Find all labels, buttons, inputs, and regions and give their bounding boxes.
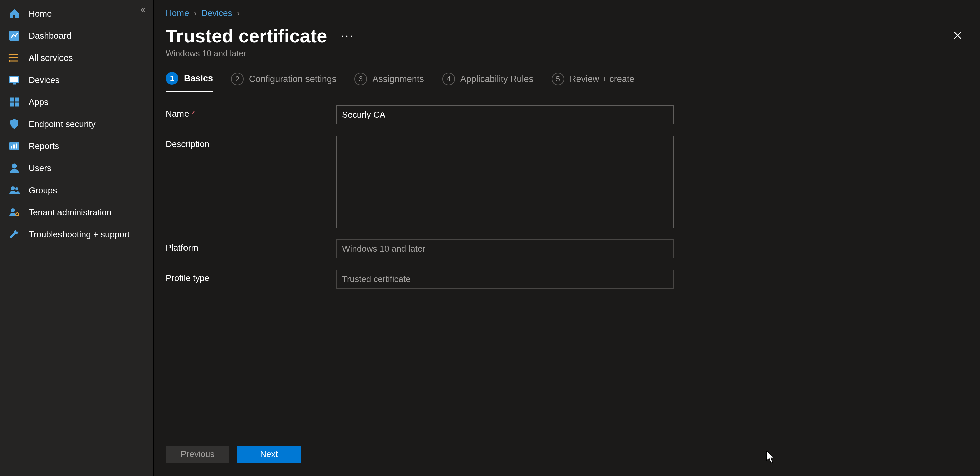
svg-rect-13 bbox=[13, 145, 15, 149]
sidebar-item-label: Tenant administration bbox=[29, 207, 111, 218]
wizard-steps: 1 Basics 2 Configuration settings 3 Assi… bbox=[154, 68, 980, 92]
sidebar-item-label: Users bbox=[29, 163, 51, 174]
svg-point-18 bbox=[11, 208, 15, 212]
svg-rect-6 bbox=[13, 83, 16, 84]
wrench-icon bbox=[8, 228, 21, 241]
step-review-create[interactable]: 5 Review + create bbox=[552, 73, 635, 91]
step-number: 2 bbox=[231, 73, 243, 85]
sidebar-item-tenant-administration[interactable]: Tenant administration bbox=[0, 201, 153, 223]
profile-type-input bbox=[336, 270, 674, 289]
svg-point-2 bbox=[9, 57, 10, 59]
description-input[interactable] bbox=[336, 136, 674, 228]
svg-rect-14 bbox=[16, 144, 18, 149]
platform-label: Platform bbox=[166, 239, 336, 253]
breadcrumb-home[interactable]: Home bbox=[166, 8, 189, 18]
sidebar-item-endpoint-security[interactable]: Endpoint security bbox=[0, 113, 153, 135]
step-number: 1 bbox=[166, 72, 178, 84]
sidebar-item-label: Dashboard bbox=[29, 31, 71, 41]
sidebar: Home Dashboard All services Devices Apps bbox=[0, 0, 154, 476]
sidebar-item-label: Reports bbox=[29, 141, 59, 151]
svg-rect-9 bbox=[10, 103, 14, 107]
step-number: 3 bbox=[354, 73, 367, 85]
reports-icon bbox=[8, 140, 21, 153]
dashboard-icon bbox=[8, 29, 21, 42]
svg-point-19 bbox=[16, 213, 19, 216]
step-label: Applicability Rules bbox=[460, 74, 533, 84]
page-title: Trusted certificate bbox=[166, 25, 327, 47]
tenant-icon bbox=[8, 206, 21, 219]
previous-button[interactable]: Previous bbox=[166, 446, 229, 463]
step-basics[interactable]: 1 Basics bbox=[166, 72, 213, 92]
name-input[interactable] bbox=[336, 105, 674, 124]
breadcrumb: Home › Devices › bbox=[154, 0, 980, 18]
breadcrumb-devices[interactable]: Devices bbox=[201, 8, 232, 18]
profile-type-label: Profile type bbox=[166, 270, 336, 283]
sidebar-item-home[interactable]: Home bbox=[0, 3, 153, 25]
step-label: Review + create bbox=[570, 74, 635, 84]
sidebar-item-users[interactable]: Users bbox=[0, 157, 153, 179]
sidebar-item-label: Groups bbox=[29, 185, 57, 196]
step-configuration-settings[interactable]: 2 Configuration settings bbox=[231, 73, 336, 91]
svg-point-1 bbox=[9, 54, 10, 56]
form-area: Name * Description Platform Profile type bbox=[154, 92, 980, 432]
apps-icon bbox=[8, 96, 21, 108]
required-indicator: * bbox=[191, 109, 195, 119]
svg-rect-5 bbox=[10, 77, 18, 82]
sidebar-item-apps[interactable]: Apps bbox=[0, 91, 153, 113]
sidebar-item-label: All services bbox=[29, 53, 73, 63]
groups-icon bbox=[8, 184, 21, 197]
step-label: Assignments bbox=[372, 74, 424, 84]
sidebar-item-label: Troubleshooting + support bbox=[29, 229, 130, 240]
more-icon[interactable]: ··· bbox=[340, 29, 354, 43]
page-subtitle: Windows 10 and later bbox=[166, 49, 354, 59]
collapse-sidebar-icon[interactable] bbox=[141, 6, 147, 15]
sidebar-item-troubleshooting[interactable]: Troubleshooting + support bbox=[0, 223, 153, 245]
step-applicability-rules[interactable]: 4 Applicability Rules bbox=[442, 73, 533, 91]
svg-rect-12 bbox=[11, 146, 13, 149]
name-label: Name * bbox=[166, 105, 336, 119]
wizard-footer: Previous Next bbox=[154, 432, 980, 476]
chevron-right-icon: › bbox=[194, 8, 197, 18]
sidebar-item-dashboard[interactable]: Dashboard bbox=[0, 25, 153, 47]
home-icon bbox=[8, 7, 21, 20]
step-assignments[interactable]: 3 Assignments bbox=[354, 73, 424, 91]
next-button[interactable]: Next bbox=[237, 446, 301, 463]
svg-rect-7 bbox=[10, 98, 14, 102]
step-number: 5 bbox=[552, 73, 564, 85]
sidebar-item-groups[interactable]: Groups bbox=[0, 179, 153, 201]
svg-rect-10 bbox=[15, 103, 19, 107]
monitor-icon bbox=[8, 73, 21, 86]
list-icon bbox=[8, 51, 21, 64]
chevron-right-icon: › bbox=[237, 8, 240, 18]
svg-point-15 bbox=[12, 164, 17, 169]
sidebar-item-label: Home bbox=[29, 9, 52, 19]
user-icon bbox=[8, 162, 21, 175]
description-label: Description bbox=[166, 136, 336, 150]
page-header: Trusted certificate ··· Windows 10 and l… bbox=[154, 18, 980, 68]
svg-rect-8 bbox=[15, 98, 19, 102]
step-number: 4 bbox=[442, 73, 455, 85]
sidebar-item-label: Endpoint security bbox=[29, 119, 95, 129]
sidebar-item-label: Apps bbox=[29, 97, 48, 107]
step-label: Configuration settings bbox=[249, 74, 336, 84]
svg-point-16 bbox=[11, 186, 15, 190]
shield-icon bbox=[8, 118, 21, 131]
sidebar-item-reports[interactable]: Reports bbox=[0, 135, 153, 157]
step-label: Basics bbox=[184, 73, 213, 84]
platform-input bbox=[336, 239, 674, 258]
main-content: Home › Devices › Trusted certificate ···… bbox=[154, 0, 980, 476]
close-icon[interactable] bbox=[947, 25, 968, 47]
sidebar-item-label: Devices bbox=[29, 75, 59, 85]
sidebar-item-all-services[interactable]: All services bbox=[0, 47, 153, 69]
svg-point-3 bbox=[9, 60, 10, 62]
svg-point-17 bbox=[15, 187, 18, 190]
sidebar-item-devices[interactable]: Devices bbox=[0, 69, 153, 91]
